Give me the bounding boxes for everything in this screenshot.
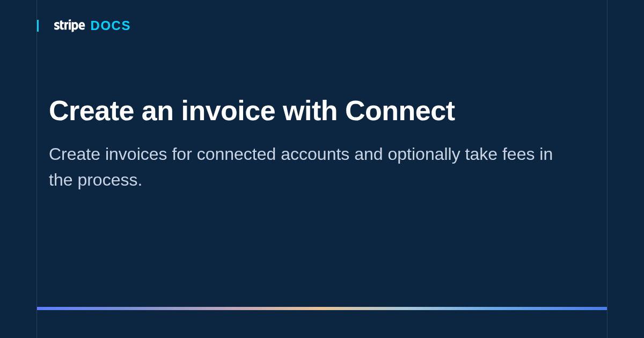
- content-frame: DOCS Create an invoice with Connect Crea…: [36, 0, 608, 338]
- docs-label: DOCS: [91, 19, 131, 32]
- accent-bar: [37, 20, 39, 32]
- gradient-divider: [37, 307, 607, 310]
- page-title: Create an invoice with Connect: [49, 95, 595, 126]
- stripe-logo: [54, 19, 85, 32]
- page-subtitle: Create invoices for connected accounts a…: [49, 141, 564, 193]
- stripe-wordmark-icon: [54, 19, 85, 32]
- content-area: DOCS Create an invoice with Connect Crea…: [37, 0, 607, 193]
- logo-row: DOCS: [49, 19, 595, 32]
